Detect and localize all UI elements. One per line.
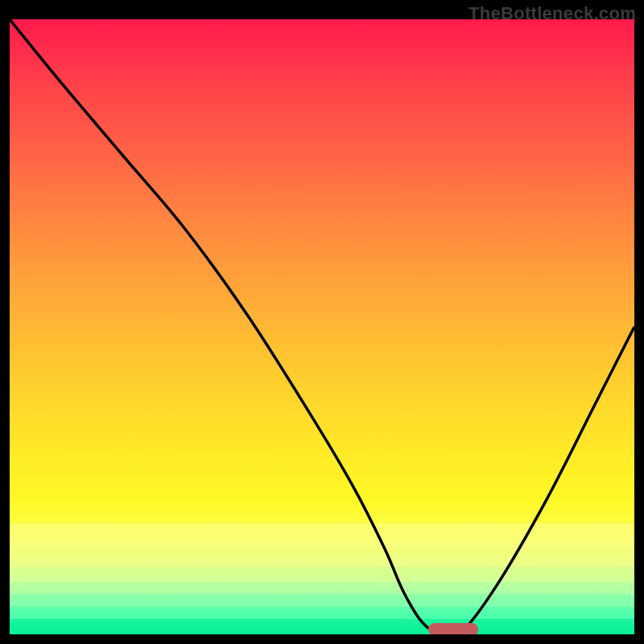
watermark-text: TheBottleneck.com <box>469 3 636 24</box>
curve-path <box>10 19 634 639</box>
plot-area <box>10 19 634 634</box>
frame-border <box>634 0 644 644</box>
frame-border <box>0 634 644 644</box>
frame-border <box>0 0 10 644</box>
chart-frame: TheBottleneck.com <box>0 0 644 644</box>
bottleneck-curve <box>10 19 634 634</box>
